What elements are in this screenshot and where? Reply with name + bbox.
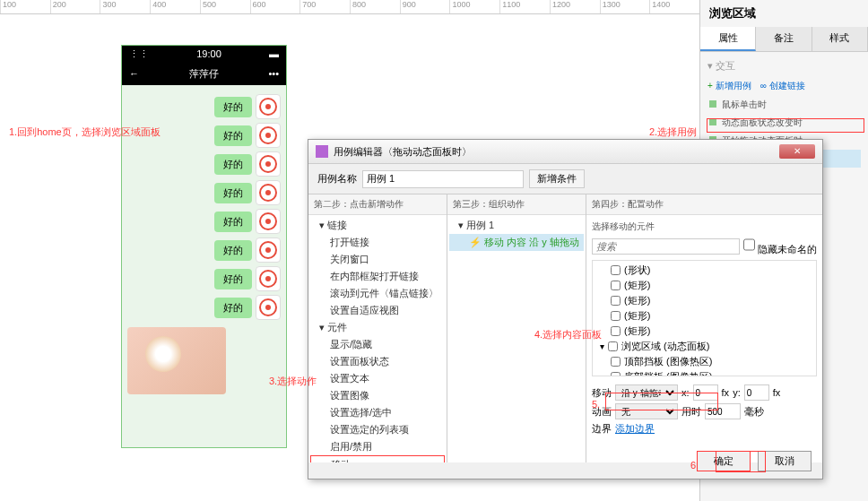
tree-item[interactable]: 设置自适应视图 <box>310 302 445 319</box>
tab-properties[interactable]: 属性 <box>700 27 756 51</box>
avatar <box>256 123 281 148</box>
event-click[interactable]: 鼠标单击时 <box>707 96 861 114</box>
avatar <box>256 238 281 263</box>
col1-header: 第二步：点击新增动作 <box>308 194 447 215</box>
comp-item[interactable]: (矩形) <box>595 308 814 324</box>
chat-message: 好的 <box>127 209 281 234</box>
comp-item-panel[interactable]: ▾ 浏览区域 (动态面板) <box>595 339 814 354</box>
avatar <box>256 295 281 320</box>
anim-type-select[interactable]: 无 <box>615 403 678 419</box>
dialog-icon <box>316 145 328 158</box>
case-name-label: 用例名称 <box>317 172 357 186</box>
annotation-6: 6. <box>690 460 699 471</box>
duration-unit: 毫秒 <box>744 405 764 419</box>
move-x-input[interactable] <box>693 384 718 401</box>
panel-title: 浏览区域 <box>700 0 868 27</box>
avatar <box>256 266 281 291</box>
case-editor-dialog: 用例编辑器〈拖动动态面板时〉 ✕ 用例名称 新增条件 第二步：点击新增动作 ▾ … <box>308 139 823 479</box>
col2-header: 第三步：组织动作 <box>447 194 586 215</box>
battery-icon: ▬ <box>269 48 279 59</box>
annotation-5: 5. <box>592 399 600 410</box>
phone-nav-bar: ← 萍萍仔 ••• <box>122 62 286 85</box>
comp-item[interactable]: 顶部挡板 (图像热区) <box>595 354 814 369</box>
move-controls: 移动 沿 y 轴拖动 x:fx y:fx 动画 无 用时 毫秒 边界 <box>592 382 817 438</box>
phone-status-bar: ⋮⋮ 19:00 ▬ <box>122 46 286 62</box>
chat-message: 好的 <box>127 238 281 263</box>
search-input[interactable] <box>592 238 740 255</box>
annotation-1: 1.回到home页，选择浏览区域面板 <box>9 125 161 139</box>
tree-item[interactable]: 打开链接 <box>310 234 445 251</box>
create-link-link[interactable]: ∞ 创建链接 <box>760 80 805 92</box>
hide-unnamed-checkbox[interactable]: 隐藏未命名的 <box>743 237 817 256</box>
col3-header: 第四步：配置动作 <box>586 194 822 215</box>
duration-input[interactable] <box>705 403 741 419</box>
chat-message: 好的 <box>127 266 281 291</box>
dialog-footer: 确定 取消 <box>697 451 812 471</box>
event-panel-state-change[interactable]: 动态面板状态改变时 <box>707 114 861 132</box>
add-case-link[interactable]: + 新增用例 <box>707 80 751 92</box>
dialog-titlebar[interactable]: 用例编辑器〈拖动动态面板时〉 ✕ <box>308 140 822 164</box>
avatar <box>256 180 281 205</box>
case-name-row: 用例名称 新增条件 <box>308 164 822 194</box>
chat-title: 萍萍仔 <box>189 67 219 81</box>
case-name-input[interactable] <box>362 170 524 188</box>
close-button[interactable]: ✕ <box>779 144 815 159</box>
section-header[interactable]: ▾ 交互 <box>707 59 861 73</box>
annotation-3: 3.选择动作 <box>269 375 317 388</box>
phone-time: 19:00 <box>196 48 221 59</box>
move-label: 移动 <box>592 386 612 400</box>
move-y-input[interactable] <box>744 384 769 401</box>
action-node[interactable]: ⚡ 移动 内容 沿 y 轴拖动 <box>449 234 584 251</box>
cancel-button[interactable]: 取消 <box>758 451 812 471</box>
comp-item[interactable]: 底部挡板 (图像热区) <box>595 369 814 376</box>
tree-widgets[interactable]: ▾ 元件 <box>310 319 445 336</box>
annotation-2: 2.选择用例 <box>649 125 697 139</box>
duration-label: 用时 <box>681 405 701 419</box>
case-node[interactable]: ▾ 用例 1 <box>449 217 584 234</box>
tree-item[interactable]: 滚动到元件〈锚点链接〉 <box>310 285 445 302</box>
tree-item[interactable]: 设置选择/选中 <box>310 404 445 421</box>
tab-notes[interactable]: 备注 <box>756 27 812 51</box>
back-icon[interactable]: ← <box>129 68 139 79</box>
comp-item[interactable]: (矩形) <box>595 293 814 308</box>
comp-item[interactable]: (矩形) <box>595 324 814 339</box>
component-list[interactable]: (形状) (矩形) (矩形) (矩形) (矩形) ▾ 浏览区域 (动态面板) 顶… <box>592 260 817 376</box>
tab-style[interactable]: 样式 <box>812 27 868 51</box>
phone-mockup[interactable]: ⋮⋮ 19:00 ▬ ← 萍萍仔 ••• 好的 好的 好的 好的 好的 好的 好… <box>121 45 287 448</box>
tree-item-move[interactable]: 移动 <box>310 455 445 462</box>
avatar <box>256 151 281 177</box>
select-widget-label: 选择移动的元件 <box>592 220 817 233</box>
avatar <box>256 209 281 234</box>
tree-item[interactable]: 在内部框架打开链接 <box>310 268 445 285</box>
configure-column: 第四步：配置动作 选择移动的元件 隐藏未命名的 (形状) (矩形) (矩形) (… <box>586 194 822 462</box>
add-bound-link[interactable]: 添加边界 <box>615 422 655 436</box>
chat-message: 好的 <box>127 94 281 119</box>
wifi-icon: ⋮⋮ <box>129 48 149 60</box>
actions-tree[interactable]: ▾ 链接 打开链接 关闭窗口 在内部框架打开链接 滚动到元件〈锚点链接〉 设置自… <box>308 215 447 462</box>
tree-item[interactable]: 关闭窗口 <box>310 251 445 268</box>
tree-item[interactable]: 设置文本 <box>310 370 445 387</box>
ok-button[interactable]: 确定 <box>697 451 751 471</box>
tree-links[interactable]: ▾ 链接 <box>310 217 445 234</box>
tree-item[interactable]: 启用/禁用 <box>310 438 445 455</box>
add-condition-button[interactable]: 新增条件 <box>529 169 585 188</box>
tree-item[interactable]: 设置面板状态 <box>310 353 445 370</box>
more-icon[interactable]: ••• <box>268 68 279 79</box>
tree-item[interactable]: 显示/隐藏 <box>310 336 445 353</box>
comp-item[interactable]: (形状) <box>595 263 814 278</box>
actions-column: 第二步：点击新增动作 ▾ 链接 打开链接 关闭窗口 在内部框架打开链接 滚动到元… <box>308 194 447 462</box>
comp-item[interactable]: (矩形) <box>595 278 814 293</box>
tree-item[interactable]: 设置图像 <box>310 387 445 404</box>
chat-message: 好的 <box>127 180 281 205</box>
panel-tabs: 属性 备注 样式 <box>700 27 868 52</box>
tree-item[interactable]: 设置选定的列表项 <box>310 421 445 438</box>
avatar <box>256 94 281 119</box>
annotation-4: 4.选择内容面板 <box>534 328 602 341</box>
bound-label: 边界 <box>592 422 612 436</box>
chat-photo <box>127 327 226 394</box>
chat-message: 好的 <box>127 295 281 320</box>
chat-message: 好的 <box>127 151 281 177</box>
ruler-horizontal: 1002003004005006007008009001000110012001… <box>0 0 699 14</box>
dialog-title-text: 用例编辑器〈拖动动态面板时〉 <box>334 145 472 159</box>
move-type-select[interactable]: 沿 y 轴拖动 <box>615 384 678 401</box>
